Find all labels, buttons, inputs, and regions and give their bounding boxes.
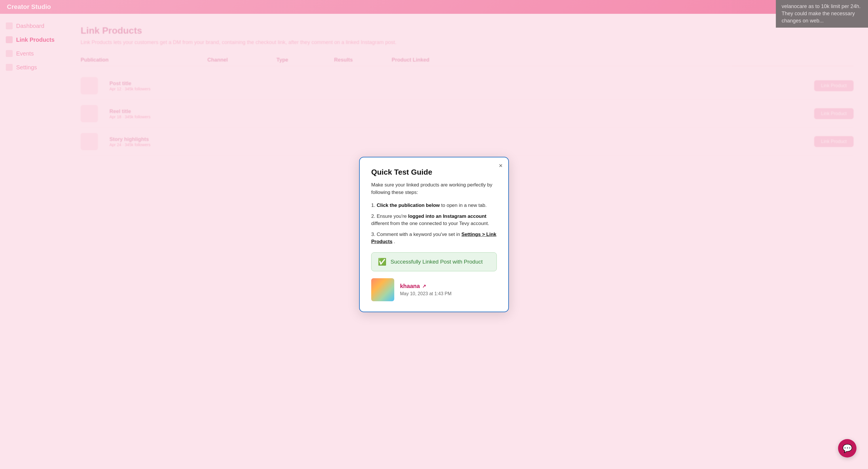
quick-test-guide-modal: × Quick Test Guide Make sure your linked… <box>359 157 509 312</box>
modal-intro: Make sure your linked products are worki… <box>371 181 497 196</box>
step-bold: Click the publication below <box>377 203 440 208</box>
step-rest: to open in a new tab. <box>441 203 487 208</box>
modal-step-3: 3. Comment with a keyword you've set in … <box>371 231 497 245</box>
step-suffix: . <box>394 239 395 244</box>
external-link-icon: ↗ <box>422 283 426 289</box>
username-text: khaana <box>400 283 420 290</box>
modal-overlay: × Quick Test Guide Make sure your linked… <box>0 0 868 469</box>
modal-steps: 1. Click the publication below to open i… <box>371 202 497 245</box>
modal-step-2: 2. Ensure you're logged into an Instagra… <box>371 213 497 227</box>
modal-title: Quick Test Guide <box>371 168 497 177</box>
chat-icon: 💬 <box>842 444 852 453</box>
step-number: 2. <box>371 213 377 219</box>
post-preview: khaana ↗ May 10, 2023 at 1:43 PM <box>371 278 497 301</box>
modal-step-1: 1. Click the publication below to open i… <box>371 202 497 209</box>
step-number: 3. <box>371 232 377 237</box>
post-date: May 10, 2023 at 1:43 PM <box>400 291 452 296</box>
step-bold: logged into an Instagram account <box>408 213 487 219</box>
step-rest: different from the one connected to your… <box>371 221 489 226</box>
success-text: Successfully Linked Post with Product <box>391 259 483 265</box>
post-info: khaana ↗ May 10, 2023 at 1:43 PM <box>400 283 452 296</box>
step-prefix: Ensure you're <box>377 213 408 219</box>
step-prefix: Comment with a keyword you've set in <box>377 232 461 237</box>
chat-fab-button[interactable]: 💬 <box>838 439 857 458</box>
post-username-link[interactable]: khaana ↗ <box>400 283 452 290</box>
success-banner: ✅ Successfully Linked Post with Product <box>371 252 497 271</box>
check-circle-icon: ✅ <box>378 258 386 266</box>
close-button[interactable]: × <box>499 162 502 169</box>
post-thumbnail-image <box>371 278 394 301</box>
step-number: 1. <box>371 203 377 208</box>
post-thumbnail[interactable] <box>371 278 394 301</box>
